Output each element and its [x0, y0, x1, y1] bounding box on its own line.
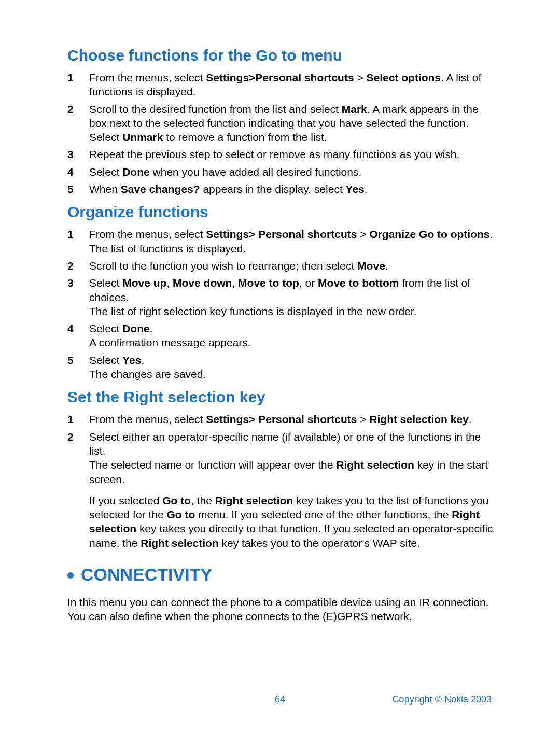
text: > [357, 413, 369, 425]
ui-option: Move to top [238, 277, 299, 289]
ui-key: Right selection [336, 459, 414, 471]
text: . [469, 413, 472, 425]
text: . [150, 322, 153, 334]
text: If you selected [89, 495, 162, 506]
ui-key: Right selection [215, 495, 293, 506]
step: Select either an operator-specific name … [67, 430, 498, 486]
text: Select [89, 277, 122, 289]
ui-path: Settings>Personal shortcuts [206, 72, 354, 83]
text: > [357, 228, 369, 240]
step: Scroll to the function you wish to rearr… [67, 259, 498, 273]
text: A confirmation message appears. [89, 336, 251, 348]
text: From the menus, select [89, 228, 206, 240]
text: From the menus, select [89, 413, 206, 425]
ui-option: Yes [346, 183, 365, 195]
ui-option: Done [122, 322, 150, 334]
ui-option: Move down [173, 277, 232, 289]
text: The changes are saved. [89, 368, 206, 380]
text: When [89, 183, 121, 195]
step: Select Yes. The changes are saved. [67, 353, 498, 382]
bullet-icon [67, 572, 74, 579]
ui-option: Yes [122, 354, 141, 366]
ui-option: Done [122, 166, 150, 178]
right-selection-key-steps: From the menus, select Settings> Persona… [67, 412, 498, 486]
step: Select Done when you have added all desi… [67, 165, 498, 179]
ui-option: Move [357, 260, 385, 272]
text: Scroll to the desired function from the … [89, 103, 342, 115]
ui-option: Mark [342, 103, 367, 115]
page-number: 64 [275, 694, 285, 705]
text: to remove a function from the list. [163, 131, 327, 143]
step: Repeat the previous step to select or re… [67, 147, 498, 161]
heading-choose-functions: Choose functions for the Go to menu [67, 47, 498, 64]
text: Select [89, 166, 122, 178]
text: Scroll to the function you wish to rearr… [89, 260, 357, 272]
heading-right-selection-key: Set the Right selection key [67, 388, 498, 406]
text: The selected name or function will appea… [89, 459, 336, 471]
text: . [365, 183, 368, 195]
text: , or [299, 277, 318, 289]
heading-organize-functions: Organize functions [67, 203, 498, 221]
step: From the menus, select Settings>Personal… [67, 71, 498, 99]
heading-connectivity: CONNECTIVITY [67, 565, 498, 585]
step: From the menus, select Settings> Persona… [67, 227, 498, 256]
right-selection-key-paragraph: If you selected Go to, the Right selecti… [89, 494, 498, 550]
text: appears in the display, select [200, 183, 346, 195]
connectivity-intro: In this menu you can connect the phone t… [67, 595, 498, 624]
text: The list of right selection key function… [89, 305, 417, 317]
text: menu. If you selected one of the other f… [195, 509, 452, 520]
text: From the menus, select [89, 72, 206, 83]
step: From the menus, select Settings> Persona… [67, 412, 498, 426]
page: Choose functions for the Go to menu From… [0, 0, 560, 732]
text: key takes you to the operator's WAP site… [219, 537, 420, 549]
ui-option: Go to [162, 495, 191, 506]
ui-option: Move up [122, 277, 166, 289]
ui-option: Select options [367, 72, 441, 83]
text: Select [89, 354, 122, 366]
text: . [385, 260, 388, 272]
copyright-text: Copyright © Nokia 2003 [393, 694, 492, 705]
ui-option: Organize Go to options [369, 228, 489, 240]
text: when you have added all desired function… [150, 166, 362, 178]
text: Select [89, 322, 122, 334]
page-footer: 64 Copyright © Nokia 2003 [0, 694, 560, 705]
text: Select either an operator-specific name … [89, 431, 481, 457]
ui-option: Unmark [122, 131, 163, 143]
ui-key: Right selection [141, 537, 219, 549]
ui-option: Go to [166, 509, 195, 520]
text: , the [191, 495, 215, 506]
ui-prompt: Save changes? [121, 183, 200, 195]
step: When Save changes? appears in the displa… [67, 182, 498, 196]
text: , [232, 277, 238, 289]
ui-option: Move to bottom [318, 277, 399, 289]
ui-option: Right selection key [369, 413, 468, 425]
text: , [166, 277, 173, 289]
text: > [354, 72, 367, 83]
step: Select Done. A confirmation message appe… [67, 321, 498, 350]
ui-path: Settings> Personal shortcuts [206, 413, 357, 425]
step: Scroll to the desired function from the … [67, 102, 498, 145]
ui-path: Settings> Personal shortcuts [206, 228, 357, 240]
text: . [141, 354, 144, 366]
choose-functions-steps: From the menus, select Settings>Personal… [67, 71, 498, 196]
heading-text: CONNECTIVITY [81, 565, 212, 585]
step: Select Move up, Move down, Move to top, … [67, 276, 498, 318]
organize-functions-steps: From the menus, select Settings> Persona… [67, 227, 498, 381]
